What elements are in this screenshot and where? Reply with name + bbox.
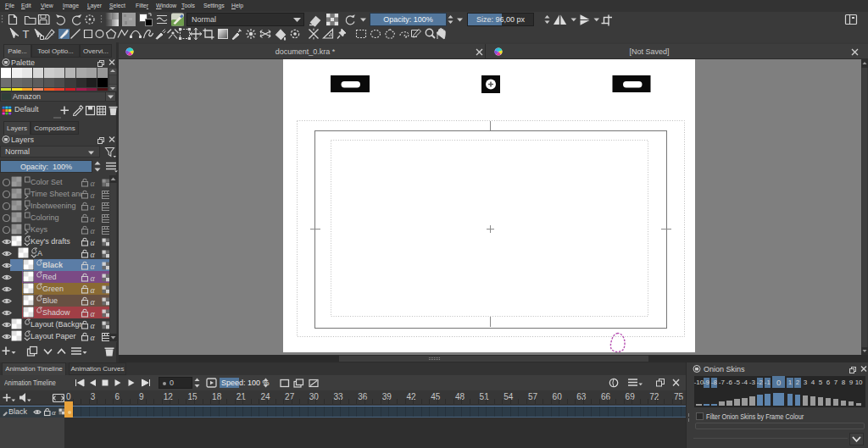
svg-text:α: α xyxy=(91,225,96,235)
svg-text:α: α xyxy=(91,261,96,270)
svg-text:α: α xyxy=(91,308,96,318)
svg-text:α: α xyxy=(52,408,56,417)
svg-text:α: α xyxy=(91,273,96,282)
svg-text:α: α xyxy=(91,213,96,223)
svg-text:α: α xyxy=(91,202,96,211)
svg-text:α: α xyxy=(91,296,96,306)
svg-text:α: α xyxy=(91,237,96,246)
svg-text:α: α xyxy=(91,332,96,341)
svg-text:α: α xyxy=(91,190,96,199)
svg-text:T: T xyxy=(23,28,30,41)
svg-text:α: α xyxy=(91,285,96,294)
svg-text:α: α xyxy=(91,320,96,329)
svg-text:α: α xyxy=(91,249,96,258)
svg-text:α: α xyxy=(91,178,96,187)
